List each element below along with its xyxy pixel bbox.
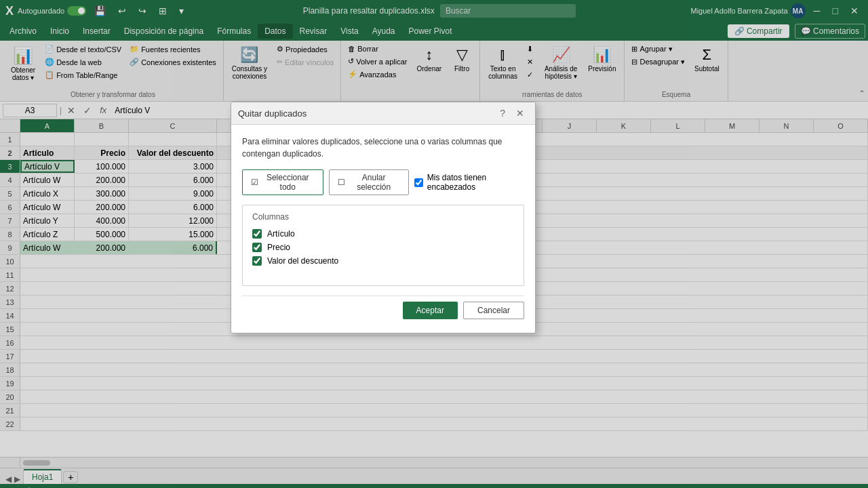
column-checkbox-descuento[interactable]: [252, 256, 262, 266]
dialog-header-buttons: ? ✕: [496, 106, 528, 120]
dialog-description: Para eliminar valores duplicados, selecc…: [242, 136, 524, 160]
dialog-overlay: Quitar duplicados ? ✕ Para eliminar valo…: [0, 0, 868, 488]
deselect-button[interactable]: ☐ Anular selección: [329, 169, 409, 195]
deselect-icon: ☐: [338, 178, 345, 187]
deselect-label: Anular selección: [348, 173, 400, 192]
dialog-title: Quitar duplicados: [238, 108, 307, 119]
column-label-descuento[interactable]: Valor del descuento: [267, 256, 338, 266]
columns-label: Columnas: [252, 212, 514, 222]
column-checkbox-articulo[interactable]: [252, 229, 262, 239]
select-all-button[interactable]: ☑ Seleccionar todo: [242, 169, 323, 195]
select-all-icon: ☑: [251, 178, 258, 187]
my-data-checkbox[interactable]: [414, 178, 423, 187]
cancel-button[interactable]: Cancelar: [463, 302, 524, 319]
my-data-label[interactable]: Mis datos tienen encabezados: [414, 173, 524, 192]
column-label-precio[interactable]: Precio: [267, 243, 290, 252]
dialog-close-button[interactable]: ✕: [512, 106, 528, 120]
column-label-articulo[interactable]: Artículo: [267, 229, 295, 239]
column-checkbox-precio[interactable]: [252, 243, 262, 252]
columns-box: Columnas Artículo Precio Valor del descu…: [242, 205, 524, 286]
accept-button[interactable]: Aceptar: [403, 302, 458, 319]
dialog-title-bar: Quitar duplicados ? ✕: [231, 102, 535, 125]
dialog-actions: ☑ Seleccionar todo ☐ Anular selección Mi…: [242, 169, 524, 195]
my-data-text: Mis datos tienen encabezados: [427, 173, 524, 192]
column-item-descuento: Valor del descuento: [252, 254, 514, 268]
dialog-body: Para eliminar valores duplicados, selecc…: [231, 125, 535, 333]
dialog-footer: Aceptar Cancelar: [242, 296, 524, 322]
column-item-precio: Precio: [252, 241, 514, 254]
column-item-articulo: Artículo: [252, 227, 514, 241]
dialog-help-button[interactable]: ?: [496, 106, 509, 120]
select-all-label: Seleccionar todo: [261, 173, 315, 192]
quitar-duplicados-dialog: Quitar duplicados ? ✕ Para eliminar valo…: [231, 102, 536, 333]
